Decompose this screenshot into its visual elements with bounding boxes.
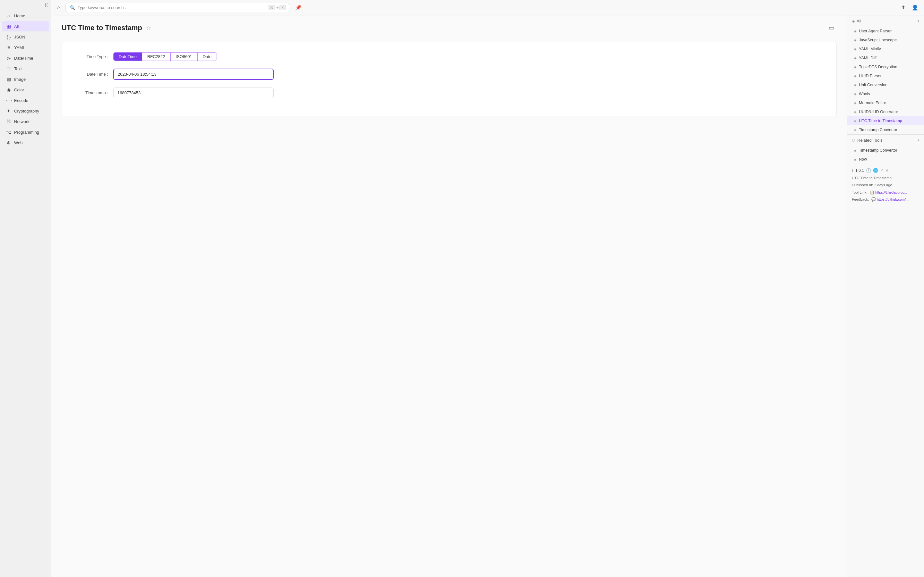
related-tool-label: Now xyxy=(859,157,867,161)
timestamp-row: Timestamp : xyxy=(75,87,824,98)
date-time-label: Date Time : xyxy=(75,72,113,77)
panel-tool-item[interactable]: ◈ Mermaid Editor xyxy=(847,98,924,107)
sidebar-label-image: Image xyxy=(14,77,26,82)
panel-tool-item[interactable]: ◈ UTC Time to Timestamp xyxy=(847,116,924,125)
time-type-btn-iso8601[interactable]: ISO8601 xyxy=(171,53,198,61)
time-type-btn-date[interactable]: Date xyxy=(198,53,216,61)
panel-tool-item[interactable]: ◈ UUID Parser xyxy=(847,71,924,81)
panel-tool-item[interactable]: ◈ User Agent Parser xyxy=(847,27,924,35)
pin-button[interactable]: 📌 xyxy=(293,3,304,12)
sidebar-icon-color: ◉ xyxy=(6,87,11,92)
sidebar-item-encode[interactable]: ⟺ Encode xyxy=(2,95,49,105)
tool-link-row: Tool Link: 📋 https://t.he3app.co... xyxy=(852,190,919,195)
sidebar-item-home[interactable]: ⌂ Home xyxy=(2,11,49,21)
time-type-btn-rfc2822[interactable]: RFC2822 xyxy=(142,53,171,61)
panel-tool-item[interactable]: ◈ Timestamp Convertor xyxy=(847,125,924,134)
sidebar-icon-programming: ⌥ xyxy=(6,129,11,135)
panel-tool-label: UUID Parser xyxy=(859,74,882,78)
sidebar-collapse-button[interactable]: ⟨⟨ xyxy=(0,0,51,10)
collapse-icon: ⟨⟨ xyxy=(45,3,48,7)
user-button[interactable]: 👤 xyxy=(910,3,920,12)
panel-tool-icon: ◈ xyxy=(854,101,856,105)
timestamp-input[interactable] xyxy=(113,87,274,98)
link-icon: 📋 xyxy=(870,190,874,194)
sidebar-icon-image: ▨ xyxy=(6,77,11,82)
related-tools-section-header[interactable]: ⚇ Related Tools ▾ xyxy=(847,135,924,146)
info-icon: ℹ xyxy=(852,168,853,173)
sidebar-label-all: All xyxy=(14,24,19,29)
sidebar-item-network[interactable]: ⌘ Network xyxy=(2,116,49,127)
layout-toggle-button[interactable]: ▭ xyxy=(826,23,837,33)
feedback-url[interactable]: https://github.com/... xyxy=(877,197,909,201)
expand-icon: ∨ xyxy=(885,168,889,173)
sidebar-label-encode: Encode xyxy=(14,98,28,103)
panel-tool-icon: ◈ xyxy=(854,83,856,87)
panel-tool-item[interactable]: ◈ Whois xyxy=(847,89,924,98)
sidebar-icon-text: Tt xyxy=(6,66,11,71)
sidebar-item-all[interactable]: ▦ All xyxy=(2,21,49,31)
sidebar-icon-datetime: ◷ xyxy=(6,55,11,61)
topbar-right: ⬆ 👤 xyxy=(899,3,920,12)
all-section-title: All xyxy=(857,19,861,23)
shortcut-plus: + xyxy=(276,5,278,10)
panel-tool-item[interactable]: ◈ JavaScript Unescape xyxy=(847,35,924,45)
panel-tool-item[interactable]: ◈ UUID/ULID Generator xyxy=(847,107,924,116)
time-type-row: Time Type : DateTimeRFC2822ISO8601Date xyxy=(75,52,824,61)
clock-icon: 🕐 xyxy=(866,168,871,173)
panel-tool-item[interactable]: ◈ YAML Diff xyxy=(847,53,924,63)
version-info-section: ℹ 1.0.1 🕐 🌐 ✓ ∨ UTC Time to Timestamp Pu… xyxy=(847,164,924,208)
tool-card: Time Type : DateTimeRFC2822ISO8601Date D… xyxy=(61,42,837,116)
panel-tool-item[interactable]: ◈ TripleDES Decryption xyxy=(847,63,924,71)
sidebar-item-datetime[interactable]: ◷ Date/Time xyxy=(2,53,49,63)
sidebar-item-programming[interactable]: ⌥ Programming xyxy=(2,127,49,137)
search-shortcut: ⌘ + K xyxy=(268,5,286,10)
all-section-header[interactable]: ◈ All ▾ xyxy=(847,15,924,27)
panel-tool-icon: ◈ xyxy=(854,56,856,60)
sidebar-item-image[interactable]: ▨ Image xyxy=(2,74,49,84)
sidebar-label-yaml: YAML xyxy=(14,45,25,50)
tool-title: UTC Time to Timestamp xyxy=(61,24,142,32)
timestamp-label: Timestamp : xyxy=(75,90,113,95)
search-input[interactable] xyxy=(78,5,266,10)
published-text: Published at: 2 days ago xyxy=(852,183,892,187)
sidebar-icon-cryptography: ✦ xyxy=(6,108,11,113)
all-section-chevron: ▾ xyxy=(918,19,919,23)
sidebar-item-json[interactable]: { } JSON xyxy=(2,32,49,42)
related-tool-item[interactable]: ◈ Timestamp Convertor xyxy=(847,146,924,155)
globe-icon: 🌐 xyxy=(873,168,878,173)
shortcut-key: K xyxy=(279,5,286,10)
panel-tool-label: Whois xyxy=(859,92,870,96)
sidebar-item-color[interactable]: ◉ Color xyxy=(2,85,49,95)
tool-panel: UTC Time to Timestamp ☆ ▭ Time Type : Da… xyxy=(51,15,847,577)
panel-tool-label: UTC Time to Timestamp xyxy=(859,119,902,123)
panel-tool-item[interactable]: ◈ YAML Minify xyxy=(847,45,924,53)
panel-tool-item[interactable]: ◈ Unit Conversion xyxy=(847,81,924,89)
content-area: UTC Time to Timestamp ☆ ▭ Time Type : Da… xyxy=(51,15,924,577)
sidebar-item-web[interactable]: ⊕ Web xyxy=(2,137,49,148)
favorite-button[interactable]: ☆ xyxy=(146,24,151,31)
time-type-btn-datetime[interactable]: DateTime xyxy=(113,53,142,61)
sidebar-item-yaml[interactable]: ≡ YAML xyxy=(2,42,49,53)
sidebar-icon-all: ▦ xyxy=(6,24,11,29)
share-button[interactable]: ⬆ xyxy=(899,3,907,12)
sidebar-item-cryptography[interactable]: ✦ Cryptography xyxy=(2,106,49,116)
panel-tool-label: User Agent Parser xyxy=(859,29,892,33)
date-time-input[interactable] xyxy=(113,69,274,80)
panel-tool-label: YAML Diff xyxy=(859,56,877,60)
panel-tool-label: UUID/ULID Generator xyxy=(859,110,898,114)
panel-tool-icon: ◈ xyxy=(854,119,856,123)
sidebar-label-web: Web xyxy=(14,140,23,145)
sidebar-item-text[interactable]: Tt Text xyxy=(2,63,49,74)
sidebar: ⟨⟨ ⌂ Home ▦ All { } JSON ≡ YAML ◷ Date/T… xyxy=(0,0,51,577)
sidebar-label-programming: Programming xyxy=(14,130,39,135)
search-bar: 🔍 ⌘ + K xyxy=(65,3,290,12)
panel-tool-icon: ◈ xyxy=(854,74,856,78)
tool-link-url[interactable]: https://t.he3app.co... xyxy=(875,190,907,194)
date-time-control xyxy=(113,69,274,80)
related-tool-item[interactable]: ◈ Now xyxy=(847,155,924,164)
panel-tool-label: Unit Conversion xyxy=(859,83,887,87)
sidebar-label-color: Color xyxy=(14,87,24,92)
home-button[interactable]: ⌂ xyxy=(55,3,62,12)
tool-header: UTC Time to Timestamp ☆ ▭ xyxy=(61,23,837,33)
panel-tool-label: Timestamp Convertor xyxy=(859,127,897,132)
